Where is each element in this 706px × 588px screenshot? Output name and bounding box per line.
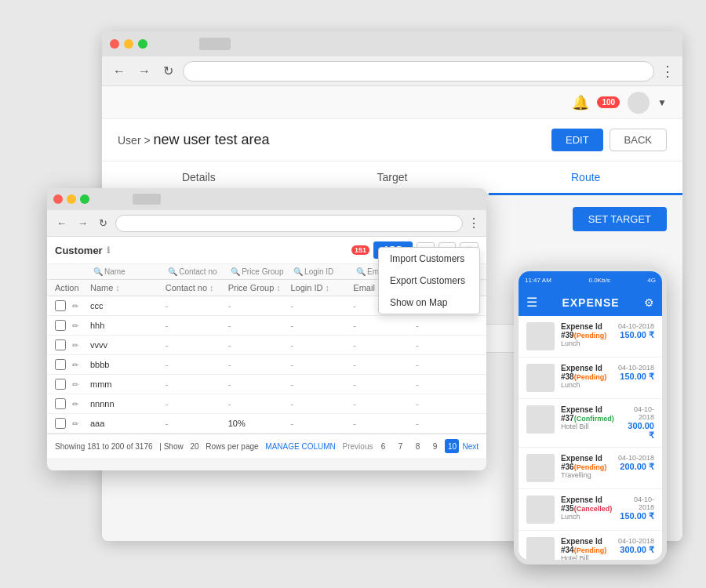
row-edit-icon-3[interactable]: ✏ (72, 361, 78, 369)
phone-status-bar: 11:47 AM 0.0Kb/s 4G (519, 271, 662, 289)
sec-maximize-button[interactable] (80, 194, 89, 204)
app-header: 🔔 100 ▼ (102, 86, 682, 119)
expense-info-0: Expense Id #39(Pending) Lunch (561, 322, 612, 347)
sec-reload-button[interactable]: ↻ (96, 216, 111, 230)
reload-button[interactable]: ↻ (160, 62, 176, 80)
expense-category-5: Hotel Bill (561, 554, 612, 560)
expense-item[interactable]: Expense Id #39(Pending) Lunch 04-10-2018… (519, 316, 662, 358)
expense-item[interactable]: Expense Id #35(Cancelled) Lunch 04-10-20… (519, 489, 662, 531)
expense-info-2: Expense Id #37(Confirmed) Hotel Bill (561, 405, 614, 430)
back-nav-button[interactable]: ← (110, 63, 129, 80)
row-checkbox-2[interactable] (55, 339, 66, 350)
rows-per-page-label: Rows per page (206, 442, 258, 451)
col-header-price[interactable]: Price Group ↕ (228, 283, 291, 292)
table-row: ✏ aaa - 10% - - - (47, 414, 486, 434)
sec-forward-button[interactable]: → (75, 216, 91, 230)
page-6[interactable]: 6 (376, 439, 390, 453)
expense-title-1: Expense Id #38(Pending) (561, 364, 612, 381)
table-row: ✏ nnnnn - - - - - (47, 394, 486, 414)
tab-route[interactable]: Route (489, 162, 682, 195)
browser-menu-button[interactable]: ⋮ (661, 63, 675, 80)
row-checkbox-1[interactable] (55, 320, 66, 331)
set-target-button[interactable]: SET TARGET (573, 207, 667, 231)
phone-signal: 4G (647, 277, 656, 284)
close-button[interactable] (110, 39, 119, 49)
manage-column-button[interactable]: MANAGE COLUMN (265, 442, 335, 451)
page-9[interactable]: 9 (428, 439, 442, 453)
row-price-6: 10% (228, 419, 291, 428)
page-8[interactable]: 8 (410, 439, 424, 453)
pagination-bar: Showing 181 to 200 of 3176 | Show 20 Row… (47, 434, 486, 458)
back-button[interactable]: BACK (610, 129, 667, 151)
forward-nav-button[interactable]: → (135, 63, 154, 80)
chevron-down-icon[interactable]: ▼ (657, 97, 667, 108)
avatar (628, 92, 650, 114)
customer-section-label: Customer ℹ (55, 245, 110, 256)
notification-bell-icon[interactable]: 🔔 (572, 94, 589, 111)
col-header-login[interactable]: Login ID ↕ (291, 283, 354, 292)
row-email-6: - (353, 419, 416, 428)
page-10[interactable]: 10 (445, 439, 459, 453)
phone-filter-icon[interactable]: ⚙ (644, 296, 654, 309)
address-bar-input[interactable] (183, 61, 654, 82)
expense-date-2: 04-10-2018 (620, 405, 654, 421)
mobile-phone: 11:47 AM 0.0Kb/s 4G ☰ EXPENSE ⚙ Expense … (514, 267, 667, 564)
previous-page-button[interactable]: Previous (343, 442, 373, 451)
phone-screen: 11:47 AM 0.0Kb/s 4G ☰ EXPENSE ⚙ Expense … (519, 271, 662, 560)
ctx-export-customers[interactable]: Export Customers (379, 270, 479, 292)
row-checkbox-5[interactable] (55, 398, 66, 409)
row-edit-icon-6[interactable]: ✏ (72, 419, 78, 428)
expense-item[interactable]: Expense Id #36(Pending) Travelling 04-10… (519, 448, 662, 489)
sec-address-bar-input[interactable] (115, 215, 463, 232)
expense-category-3: Travelling (561, 471, 612, 479)
row-checkbox-4[interactable] (55, 379, 66, 390)
phone-menu-icon[interactable]: ☰ (526, 295, 537, 310)
expense-category-1: Lunch (561, 381, 612, 389)
row-address-6: - (416, 419, 479, 428)
expense-item[interactable]: Expense Id #34(Pending) Hotel Bill 04-10… (519, 531, 662, 560)
row-email-2: - (353, 340, 416, 350)
table-notif-badge: 151 (351, 245, 369, 255)
page-7[interactable]: 7 (393, 439, 407, 453)
col-header-name[interactable]: Name ↕ (90, 283, 166, 292)
minimize-button[interactable] (124, 39, 133, 49)
expense-info-3: Expense Id #36(Pending) Travelling (561, 454, 612, 479)
sec-menu-button[interactable]: ⋮ (468, 216, 480, 230)
row-checkbox-0[interactable] (55, 300, 66, 311)
row-edit-icon-0[interactable]: ✏ (72, 302, 78, 310)
breadcrumb-parent[interactable]: User (118, 134, 141, 147)
row-edit-icon-4[interactable]: ✏ (72, 380, 78, 389)
expense-category-0: Lunch (561, 339, 612, 347)
maximize-button[interactable] (138, 39, 147, 49)
context-menu: Import Customers Export Customers Show o… (378, 247, 480, 314)
row-contact-6: - (166, 419, 228, 428)
row-email-1: - (353, 321, 416, 330)
row-login-0: - (291, 301, 354, 310)
ctx-import-customers[interactable]: Import Customers (379, 248, 479, 270)
row-contact-5: - (166, 399, 228, 408)
col-header-action: Action (55, 283, 90, 292)
row-checkbox-3[interactable] (55, 359, 66, 370)
expense-thumbnail-2 (526, 405, 555, 434)
edit-button[interactable]: EDIT (551, 129, 603, 151)
expense-item[interactable]: Expense Id #37(Confirmed) Hotel Bill 04-… (519, 399, 662, 448)
col-header-contact[interactable]: Contact no ↕ (166, 283, 228, 292)
expense-thumbnail-1 (526, 364, 555, 392)
expense-date-5: 04-10-2018 (618, 537, 654, 545)
row-edit-icon-5[interactable]: ✏ (72, 400, 78, 408)
row-edit-icon-1[interactable]: ✏ (72, 321, 78, 330)
row-login-3: - (291, 360, 354, 369)
row-edit-icon-2[interactable]: ✏ (72, 341, 78, 350)
expense-item[interactable]: Expense Id #38(Pending) Lunch 04-10-2018… (519, 358, 662, 399)
row-contact-0: - (166, 301, 228, 310)
table-row: ✏ bbbb - - - - - (47, 355, 486, 375)
main-browser-toolbar: ← → ↻ ⋮ (102, 56, 682, 86)
sec-minimize-button[interactable] (67, 194, 76, 204)
expense-date-4: 04-10-2018 (618, 495, 654, 511)
sec-close-button[interactable] (53, 194, 63, 204)
ctx-show-on-map[interactable]: Show on Map (379, 292, 479, 314)
row-checkbox-6[interactable] (55, 418, 66, 429)
col-filter-login: 🔍 Login ID (293, 267, 353, 276)
sec-back-button[interactable]: ← (53, 216, 70, 230)
next-page-button[interactable]: Next (462, 442, 479, 451)
